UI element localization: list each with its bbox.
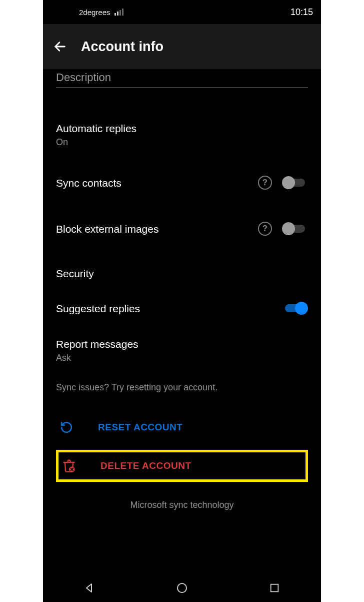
security-title: Security [56, 267, 308, 280]
block-images-title: Block external images [56, 222, 258, 236]
reset-account-label: RESET ACCOUNT [98, 422, 182, 433]
settings-content: Description Automatic replies On Sync co… [43, 71, 321, 525]
automatic-replies-item[interactable]: Automatic replies On [56, 115, 308, 168]
signal-icon [114, 9, 124, 16]
report-messages-value: Ask [56, 353, 308, 363]
triangle-back-icon [84, 582, 96, 594]
square-recent-icon [269, 582, 280, 593]
reset-account-button[interactable]: RESET ACCOUNT [56, 413, 308, 442]
trash-icon [62, 458, 76, 473]
arrow-left-icon [53, 40, 67, 54]
report-messages-title: Report messages [56, 337, 308, 351]
back-button[interactable] [50, 37, 70, 57]
status-right: 10:15 [290, 7, 313, 18]
svg-marker-4 [86, 584, 92, 592]
app-header: Account info [43, 24, 321, 69]
automatic-replies-title: Automatic replies [56, 122, 308, 135]
sync-contacts-title: Sync contacts [56, 176, 258, 190]
reset-hint: Sync issues? Try resetting your account. [56, 382, 308, 393]
description-field[interactable]: Description [56, 71, 308, 88]
status-redaction [127, 6, 284, 23]
svg-point-5 [178, 583, 186, 592]
nav-back-button[interactable] [80, 578, 100, 598]
suggested-replies-toggle[interactable] [282, 302, 308, 315]
circle-home-icon [176, 582, 188, 594]
reset-icon [59, 420, 74, 435]
status-left: 2degrees [79, 8, 124, 17]
nav-recent-button[interactable] [264, 578, 284, 598]
page-title: Account info [81, 39, 164, 55]
block-images-row: Block external images ? [56, 214, 308, 260]
sync-contacts-row: Sync contacts ? [56, 168, 308, 214]
suggested-replies-row: Suggested replies [56, 294, 308, 330]
help-icon[interactable]: ? [258, 222, 272, 236]
sync-contacts-toggle[interactable] [282, 176, 308, 189]
delete-account-label: DELETE ACCOUNT [100, 460, 192, 471]
carrier-label: 2degrees [79, 8, 110, 17]
help-icon[interactable]: ? [258, 176, 272, 190]
suggested-replies-title: Suggested replies [56, 302, 282, 315]
description-label: Description [56, 71, 308, 84]
svg-rect-6 [271, 584, 278, 592]
delete-account-button[interactable]: DELETE ACCOUNT [56, 450, 308, 482]
automatic-replies-value: On [56, 137, 308, 148]
sync-tech-label: Microsoft sync technology [56, 496, 308, 525]
android-nav-bar [43, 574, 321, 602]
clock: 10:15 [290, 7, 313, 18]
nav-home-button[interactable] [172, 578, 192, 598]
phone-screen: 2degrees 10:15 Account info Description … [43, 0, 321, 602]
block-images-toggle[interactable] [282, 222, 308, 235]
status-bar: 2degrees 10:15 [43, 0, 321, 24]
report-messages-item[interactable]: Report messages Ask [56, 330, 308, 377]
security-item[interactable]: Security [56, 260, 308, 293]
